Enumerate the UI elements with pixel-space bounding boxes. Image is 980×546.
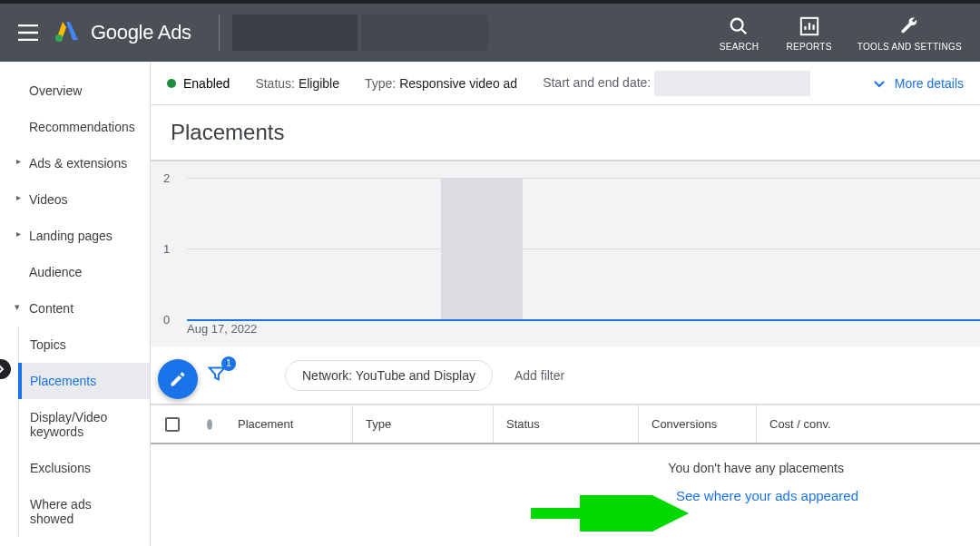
reports-button[interactable]: REPORTS	[786, 15, 831, 52]
svg-point-0	[55, 34, 63, 42]
ads-logo-icon	[54, 20, 78, 45]
status-bar: Enabled Status: Eligible Type: Responsiv…	[151, 62, 980, 105]
wrench-icon	[899, 15, 919, 38]
chart: 2 1 0 Aug 17, 2022	[151, 161, 980, 346]
page-title: Placements	[151, 105, 980, 161]
sidebar-item-videos[interactable]: Videos	[0, 181, 150, 218]
sidebar: Overview Recommendations Ads & extension…	[0, 62, 151, 546]
ytick: 2	[163, 171, 170, 185]
col-status[interactable]: Status	[493, 405, 638, 443]
filter-chip-network[interactable]: Network: YouTube and Display	[285, 360, 493, 391]
chevron-right-icon	[0, 365, 5, 374]
table-header: Placement Type Status Conversions Cost /…	[151, 405, 980, 444]
top-nav: Google Ads SEARCH REPORTS TOOLS AND SETT…	[0, 4, 980, 62]
add-filter-button[interactable]: Add filter	[514, 368, 564, 383]
sidebar-sub-placements[interactable]: Placements	[19, 363, 150, 399]
more-details-toggle[interactable]: More details	[873, 76, 964, 91]
ytick: 0	[163, 313, 170, 327]
product-name: Google Ads	[91, 21, 191, 44]
status-eligible: Status: Eligible	[255, 76, 339, 91]
col-type[interactable]: Type	[352, 405, 493, 443]
product-logo[interactable]: Google Ads	[54, 20, 191, 45]
col-placement[interactable]: Placement	[225, 417, 352, 431]
status-column-icon	[207, 419, 212, 430]
sidebar-item-landing-pages[interactable]: Landing pages	[0, 218, 150, 254]
status-dot-icon	[167, 79, 176, 88]
pencil-icon	[169, 370, 187, 388]
sidebar-item-ads-extensions[interactable]: Ads & extensions	[0, 145, 150, 181]
filter-bar: 1 Network: YouTube and Display Add filte…	[151, 346, 980, 405]
sidebar-sub-display-video-keywords[interactable]: Display/Video keywords	[19, 399, 150, 450]
x-axis-label: Aug 17, 2022	[187, 322, 257, 336]
col-conversions[interactable]: Conversions	[638, 405, 756, 443]
menu-icon[interactable]	[18, 24, 38, 41]
reports-icon	[799, 15, 819, 38]
date-range[interactable]: Start and end date:	[543, 71, 810, 96]
campaign-selector[interactable]	[361, 15, 488, 51]
filter-count-badge: 1	[221, 356, 236, 371]
sidebar-item-recommendations[interactable]: Recommendations	[0, 109, 150, 145]
account-selector[interactable]	[232, 15, 358, 51]
type-value: Type: Responsive video ad	[365, 76, 517, 91]
sidebar-sub-topics[interactable]: Topics	[19, 327, 150, 363]
sidebar-sub-exclusions[interactable]: Exclusions	[19, 450, 150, 486]
edit-fab[interactable]	[158, 359, 198, 399]
sidebar-sub-where-ads-showed[interactable]: Where ads showed	[19, 486, 150, 537]
select-all-checkbox[interactable]	[165, 417, 180, 432]
empty-message: You don't have any placements	[169, 461, 962, 475]
sidebar-item-overview[interactable]: Overview	[0, 73, 150, 109]
sidebar-item-audience[interactable]: Audience	[0, 254, 150, 290]
chevron-down-icon	[873, 77, 886, 90]
svg-point-1	[731, 18, 743, 30]
search-button[interactable]: SEARCH	[717, 15, 760, 52]
enabled-status[interactable]: Enabled	[167, 76, 230, 91]
sidebar-item-content[interactable]: Content	[0, 290, 150, 327]
search-icon	[729, 15, 749, 38]
see-where-link[interactable]: See where your ads appeared	[169, 488, 962, 503]
ytick: 1	[163, 242, 170, 256]
filter-icon[interactable]: 1	[207, 364, 227, 387]
tools-button[interactable]: TOOLS AND SETTINGS	[858, 15, 962, 52]
col-cost-conv[interactable]: Cost / conv.	[756, 405, 874, 443]
